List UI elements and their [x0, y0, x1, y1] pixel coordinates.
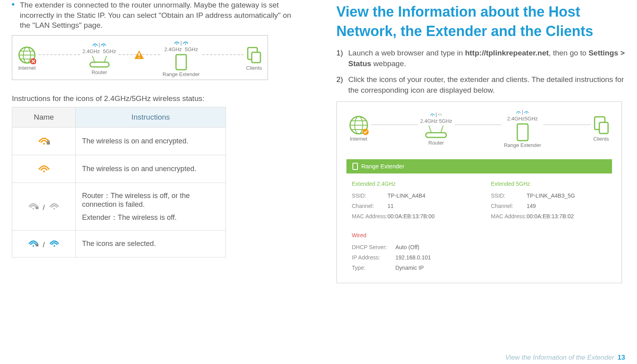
- panel-topo-extender[interactable]: | 2.4GHz5GHz Range Extender: [504, 109, 541, 148]
- band-24ghz: Extended 2.4GHz SSID:TP-LINK_A4B4 Channe…: [352, 181, 467, 223]
- svg-rect-39: [426, 133, 446, 137]
- router-icon: [423, 125, 449, 139]
- svg-point-22: [43, 171, 44, 172]
- wifi-icon: [183, 40, 188, 45]
- svg-line-10: [92, 56, 95, 62]
- page-number: 13: [618, 354, 625, 361]
- svg-point-20: [43, 143, 44, 145]
- table-row: / Router：The wireless is off, or the con…: [12, 183, 226, 230]
- wifi-lock-icon: [430, 112, 435, 116]
- svg-rect-44: [353, 163, 358, 170]
- ssid-5-value: TP-LINK_A4B3_5G: [527, 192, 575, 199]
- svg-point-40: [518, 113, 519, 114]
- svg-rect-24: [36, 207, 38, 209]
- router-icon: [88, 55, 111, 69]
- panel-topo-internet[interactable]: Internet: [349, 115, 369, 142]
- status-panel: Internet | 2.4GHz 5GHz Router: [337, 101, 622, 283]
- wifi-icon: [524, 110, 529, 114]
- svg-point-35: [432, 115, 432, 116]
- svg-line-11: [104, 56, 107, 62]
- page-footer: View the Information of the Extender 13: [505, 354, 625, 362]
- svg-line-38: [441, 126, 443, 133]
- wifi-lock-icon: [92, 42, 98, 47]
- clients-icon: [593, 115, 610, 135]
- wired-title: Wired: [352, 232, 612, 238]
- extender-icon: [515, 122, 530, 141]
- svg-rect-19: [252, 52, 260, 63]
- instr-selected: The icons are selected.: [76, 230, 226, 257]
- dhcp-value: Auto (Off): [396, 244, 419, 250]
- panel-connector: [455, 124, 501, 125]
- wifi-lock-icon: [174, 40, 180, 45]
- step-1: 1) Launch a web browser and type in http…: [337, 48, 626, 69]
- warning-icon: [134, 50, 145, 60]
- topo-internet: Internet: [18, 46, 36, 71]
- table-row: The wireless is on and unencrypted.: [12, 155, 226, 183]
- topo-router: | 2.4GHz 5GHz Router: [82, 42, 116, 75]
- instr-unencrypted: The wireless is on and unencrypted.: [76, 155, 226, 183]
- svg-rect-12: [90, 62, 109, 67]
- svg-point-17: [185, 44, 186, 45]
- svg-rect-43: [599, 122, 608, 133]
- type-value: Dynamic IP: [396, 265, 424, 271]
- svg-point-28: [54, 245, 55, 247]
- wireless-icons-table: Name Instructions The wireless is on and…: [12, 107, 226, 257]
- extender-icon: [174, 53, 188, 71]
- bullet-text: The extender is connected to the router …: [20, 0, 301, 30]
- svg-point-16: [176, 44, 178, 45]
- svg-point-23: [33, 208, 34, 210]
- steps-list: 1) Launch a web browser and type in http…: [337, 48, 626, 95]
- svg-point-15: [139, 57, 140, 58]
- topo-connector: [202, 54, 244, 55]
- wifi-icon: [438, 112, 442, 116]
- topology-diagram-unnormal: Internet | 2.4GHz 5GHz Router: [12, 35, 268, 80]
- wifi-icon: [101, 42, 106, 47]
- left-column: The extender is connected to the router …: [0, 0, 319, 364]
- svg-point-26: [33, 245, 34, 247]
- range-extender-header: Range Extender: [346, 159, 612, 173]
- bullet-item: The extender is connected to the router …: [12, 0, 301, 30]
- ip-value: 192.168.0.101: [396, 254, 431, 261]
- th-instructions: Instructions: [76, 107, 226, 127]
- wifi-selected-lock-icon: [28, 238, 38, 247]
- panel-topo-router[interactable]: | 2.4GHz 5GHz Router: [420, 111, 452, 146]
- svg-point-8: [94, 46, 96, 47]
- panel-connector: [371, 124, 418, 125]
- instr-off: Router：The wireless is off, or the conne…: [76, 183, 226, 230]
- topo-extender: | 2.4GHz 5GHz Range Extender: [163, 40, 200, 77]
- mac-5-value: 00:0A:EB:13:7B:02: [527, 213, 574, 219]
- step-2: 2) Click the icons of your router, the e…: [337, 74, 626, 95]
- topo-clients: Clients: [246, 46, 262, 71]
- globe-ok-icon: [349, 115, 369, 135]
- extender-details: Extended 2.4GHz SSID:TP-LINK_A4B4 Channe…: [346, 181, 612, 223]
- table-intro: Instructions for the icons of 2.4GHz/5GH…: [12, 94, 301, 103]
- panel-topology: Internet | 2.4GHz 5GHz Router: [346, 109, 612, 148]
- svg-rect-21: [47, 142, 50, 145]
- channel-5-value: 149: [527, 203, 536, 209]
- svg-point-36: [440, 115, 440, 116]
- instr-encrypted: The wireless is on and encrypted.: [76, 127, 226, 155]
- panel-connector: [543, 124, 590, 125]
- clients-icon: [246, 46, 262, 64]
- wifi-lock-icon: [516, 110, 521, 114]
- extender-small-icon: [352, 162, 358, 170]
- svg-rect-27: [36, 244, 38, 246]
- wifi-off-lock-icon: [28, 201, 38, 210]
- channel-24-value: 11: [388, 203, 394, 209]
- bullet-dot-icon: [12, 3, 14, 6]
- right-column: View the Information about the Host Netw…: [319, 0, 637, 364]
- topo-connector-warn: [119, 54, 160, 55]
- table-row: The wireless is on and encrypted.: [12, 127, 226, 155]
- band-5ghz: Extended 5GHz SSID:TP-LINK_A4B3_5G Chann…: [491, 181, 606, 223]
- wifi-selected-icon: [49, 238, 59, 247]
- globe-icon: [18, 46, 36, 64]
- svg-point-25: [54, 208, 55, 210]
- wifi-off-icon: [49, 201, 59, 210]
- panel-topo-clients[interactable]: Clients: [593, 115, 610, 142]
- wired-details: DHCP Server:Auto (Off) IP Address:192.16…: [346, 244, 612, 271]
- wifi-unencrypted-icon: [38, 163, 50, 173]
- svg-point-34: [362, 129, 369, 135]
- ssid-24-value: TP-LINK_A4B4: [388, 192, 426, 199]
- mac-24-value: 00:0A:EB:13:7B:00: [388, 213, 435, 219]
- wifi-encrypted-icon: [38, 135, 50, 145]
